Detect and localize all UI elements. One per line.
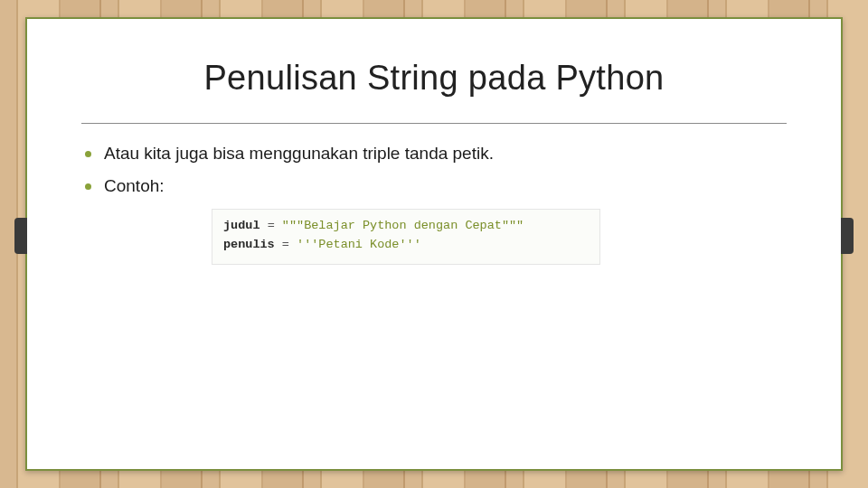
- code-string: '''Petani Kode''': [297, 238, 421, 251]
- bullet-text: Contoh:: [104, 176, 165, 196]
- code-op: =: [268, 219, 275, 232]
- code-var: penulis: [223, 238, 275, 251]
- code-string: """Belajar Python dengan Cepat""": [282, 219, 524, 232]
- slide-title: Penulisan String pada Python: [81, 59, 787, 98]
- decorative-tab-right: [841, 218, 854, 254]
- bullet-item: Atau kita juga bisa menggunakan triple t…: [85, 144, 787, 164]
- bullet-dot-icon: [85, 151, 91, 157]
- bullet-item: Contoh:: [85, 176, 787, 196]
- code-op: =: [282, 238, 289, 251]
- title-divider: [81, 123, 787, 124]
- bullet-text: Atau kita juga bisa menggunakan triple t…: [104, 144, 494, 164]
- bullet-list: Atau kita juga bisa menggunakan triple t…: [81, 144, 787, 196]
- decorative-tab-left: [14, 218, 27, 254]
- code-example: judul = """Belajar Python dengan Cepat""…: [212, 209, 600, 265]
- slide-card: Penulisan String pada Python Atau kita j…: [25, 17, 843, 471]
- code-var: judul: [223, 219, 260, 232]
- bullet-dot-icon: [85, 183, 91, 190]
